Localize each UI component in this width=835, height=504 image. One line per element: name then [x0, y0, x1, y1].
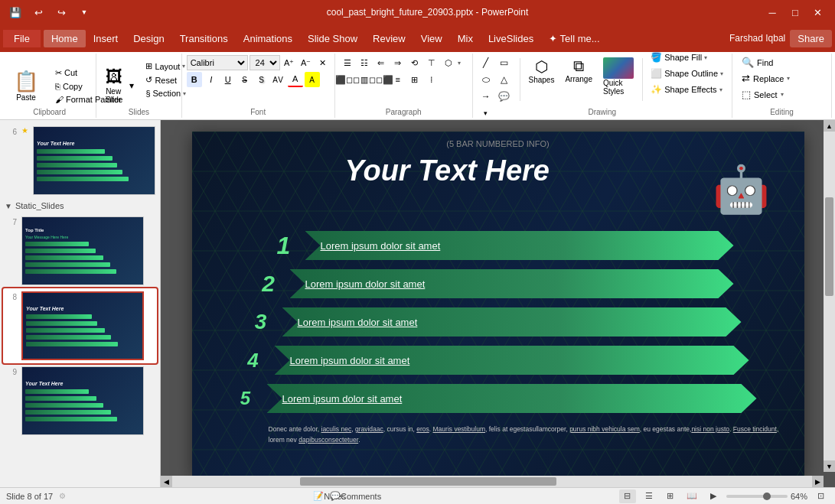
bar-shape-4[interactable]: Lorem ipsum dolor sit amet — [275, 346, 749, 375]
vertical-scrollbar[interactable]: ▲ ▼ — [824, 120, 835, 472]
slide-canvas[interactable]: (5 BAR NUMBERED INFO) Your Text Here 🤖 1… — [192, 132, 804, 476]
font-color-button[interactable]: A — [288, 72, 303, 87]
align-left-button[interactable]: ⬛◻◻ — [340, 72, 355, 87]
shape-outline-arrow[interactable]: ▾ — [720, 70, 723, 77]
slide-bar-2[interactable]: 2 Lorem ipsum dolor sit amet — [253, 269, 789, 298]
arrange-button[interactable]: ⧉ Arrange — [561, 55, 596, 104]
char-spacing-button[interactable]: AV — [271, 72, 286, 87]
select-button[interactable]: ⬚ Select ▾ — [737, 87, 794, 102]
columns-button[interactable]: ⊞ — [407, 72, 422, 87]
horizontal-scrollbar[interactable]: ◀ ▶ — [161, 476, 824, 487]
normal-view-button[interactable]: ⊟ — [619, 489, 636, 503]
rect-shape[interactable]: ▭ — [496, 55, 513, 70]
slide-sorter-button[interactable]: ⊞ — [662, 489, 679, 503]
menu-animations[interactable]: Animations — [236, 30, 300, 47]
minimize-button[interactable]: ─ — [762, 5, 783, 20]
decrease-font-button[interactable]: A⁻ — [298, 55, 314, 70]
scroll-v-thumb[interactable] — [825, 197, 833, 296]
save-button[interactable]: 💾 — [6, 3, 24, 21]
slide-title[interactable]: Your Text Here — [345, 154, 550, 187]
clear-format-button[interactable]: ✕ — [315, 55, 331, 70]
shadow-button[interactable]: S — [254, 72, 269, 87]
scroll-h-track[interactable] — [172, 476, 812, 487]
scroll-up-button[interactable]: ▲ — [824, 120, 835, 132]
decrease-indent-button[interactable]: ⇐ — [373, 55, 389, 70]
slide-item-6[interactable]: 6 ★ Your Text Here — [3, 123, 157, 198]
bar-shape-5[interactable]: Lorem ipsum dolor sit amet — [267, 384, 757, 413]
callout-shape[interactable]: 💬 — [496, 89, 513, 104]
shape-effects-button[interactable]: ✨ Shape Effects ▾ — [647, 83, 727, 96]
new-slide-button[interactable]: 🖼 New Slide — [101, 65, 128, 106]
fit-slide-button[interactable]: ⊡ — [812, 489, 829, 503]
menu-tell-me[interactable]: ✦ Tell me... — [541, 30, 607, 47]
redo-button[interactable]: ↪ — [52, 3, 70, 21]
menu-transitions[interactable]: Transitions — [172, 30, 236, 47]
underline-button[interactable]: U — [220, 72, 236, 87]
new-slide-dropdown[interactable]: ▾ — [128, 79, 135, 93]
slide-bar-1[interactable]: 1 Lorem ipsum dolor sit amet — [269, 231, 789, 260]
slide-item-7[interactable]: 7 Top Title Your Message Here Here — [3, 213, 157, 288]
shapes-button[interactable]: ⬡ Shapes — [524, 55, 558, 86]
paste-button[interactable]: 📋 Paste — [8, 67, 44, 105]
smartart-button[interactable]: ⬡ — [441, 55, 456, 70]
scroll-h-thumb[interactable] — [300, 477, 556, 486]
bar-shape-2[interactable]: Lorem ipsum dolor sit amet — [290, 269, 734, 298]
slide-bar-5[interactable]: 5 Lorem ipsum dolor sit amet — [230, 384, 789, 413]
zoom-thumb[interactable] — [763, 493, 771, 500]
font-family-select[interactable]: Calibri — [187, 55, 248, 70]
increase-indent-button[interactable]: ⇒ — [390, 55, 406, 70]
justify-button[interactable]: ≡ — [390, 72, 406, 87]
slide-item-9[interactable]: 9 Your Text Here — [3, 363, 157, 438]
numbering-button[interactable]: ☷ — [357, 55, 372, 70]
increase-font-button[interactable]: A⁺ — [282, 55, 297, 70]
bold-button[interactable]: B — [187, 72, 202, 87]
font-size-select[interactable]: 24 — [250, 55, 280, 70]
menu-design[interactable]: Design — [126, 30, 171, 47]
menu-slideshow[interactable]: Slide Show — [300, 30, 365, 47]
menu-file[interactable]: File — [3, 30, 41, 47]
bar-shape-3[interactable]: Lorem ipsum dolor sit amet — [282, 307, 742, 337]
section-collapse-icon[interactable]: ▼ — [5, 202, 12, 210]
align-text-button[interactable]: ⊤ — [424, 55, 439, 70]
slide-panel[interactable]: 6 ★ Your Text Here — [0, 120, 161, 487]
scroll-down-button[interactable]: ▼ — [824, 460, 835, 472]
arrow-shape[interactable]: → — [478, 89, 494, 104]
outline-view-button[interactable]: ☰ — [641, 489, 657, 503]
line-spacing-button[interactable]: ⁞ — [424, 72, 439, 87]
highlight-button[interactable]: A — [305, 72, 320, 87]
shape-effects-arrow[interactable]: ▾ — [719, 86, 722, 93]
maximize-button[interactable]: □ — [784, 5, 806, 20]
share-button[interactable]: Share — [790, 30, 832, 47]
reading-view-button[interactable]: 📖 — [683, 489, 700, 503]
scroll-right-button[interactable]: ▶ — [812, 476, 824, 487]
shape-fill-button[interactable]: 🪣 Shape Fill ▾ — [647, 50, 727, 64]
shape-outline-button[interactable]: ⬜ Shape Outline ▾ — [647, 67, 727, 80]
bullets-button[interactable]: ☰ — [340, 55, 355, 70]
line-shape[interactable]: ╱ — [478, 55, 494, 70]
menu-livesildes[interactable]: LiveSlides — [481, 30, 541, 47]
smartart-arrow[interactable]: ▾ — [458, 60, 461, 67]
close-button[interactable]: ✕ — [807, 5, 829, 20]
italic-button[interactable]: I — [204, 72, 219, 87]
replace-button[interactable]: ⇄ Replace ▾ — [737, 71, 794, 86]
menu-mix[interactable]: Mix — [450, 30, 481, 47]
customize-qat-button[interactable]: ▼ — [75, 3, 93, 21]
bar-shape-1[interactable]: Lorem ipsum dolor sit amet — [305, 231, 734, 260]
quick-styles-button[interactable]: Quick Styles — [599, 55, 638, 104]
strikethrough-button[interactable]: S — [237, 72, 253, 87]
slide-item-8[interactable]: 8 Your Text Here — [3, 288, 157, 363]
undo-button[interactable]: ↩ — [29, 3, 47, 21]
oval-shape[interactable]: ⬭ — [478, 72, 494, 87]
menu-home[interactable]: Home — [44, 30, 86, 47]
scroll-v-track[interactable] — [824, 132, 835, 460]
menu-review[interactable]: Review — [365, 30, 413, 47]
scroll-left-button[interactable]: ◀ — [161, 476, 172, 487]
slideshow-button[interactable]: ▶ — [705, 489, 722, 503]
shape-fill-arrow[interactable]: ▾ — [704, 54, 707, 61]
slide-bar-4[interactable]: 4 Lorem ipsum dolor sit amet — [238, 346, 789, 375]
menu-insert[interactable]: Insert — [86, 30, 126, 47]
text-direction-button[interactable]: ⟲ — [407, 55, 422, 70]
find-button[interactable]: 🔍 Find — [737, 55, 794, 70]
comments-button[interactable]: 💬 Comments — [347, 489, 364, 503]
slide-bar-3[interactable]: 3 Lorem ipsum dolor sit amet — [246, 307, 789, 337]
